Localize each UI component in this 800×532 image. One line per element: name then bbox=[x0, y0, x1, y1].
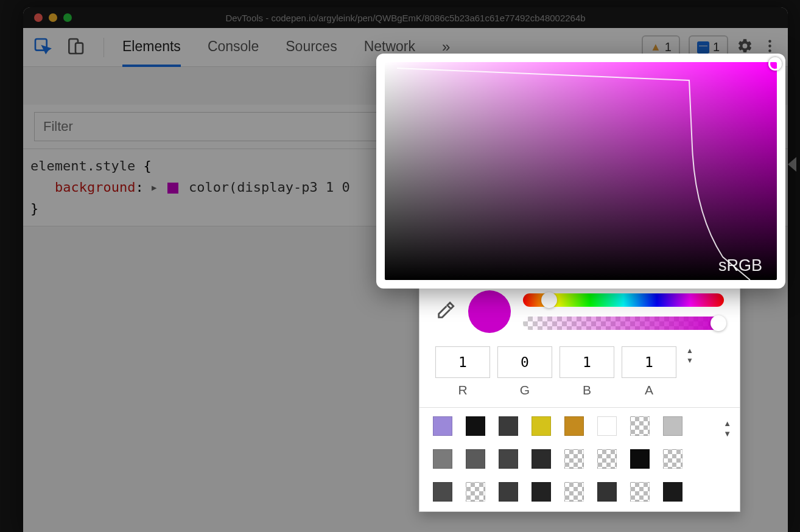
a-input[interactable] bbox=[622, 346, 676, 378]
separator bbox=[104, 38, 104, 57]
message-icon bbox=[697, 41, 709, 54]
palette-swatch[interactable] bbox=[564, 482, 584, 502]
palette-swatch[interactable] bbox=[630, 482, 650, 502]
spectrum-popup: sRGB bbox=[376, 54, 785, 289]
palette-swatch[interactable] bbox=[433, 416, 452, 436]
color-picker-panel: ▲▼ R G B A ▲▼ bbox=[419, 279, 740, 512]
palette-swatch[interactable] bbox=[597, 482, 617, 502]
tab-console[interactable]: Console bbox=[208, 29, 259, 66]
palette-swatch[interactable] bbox=[433, 449, 452, 469]
color-swatch-icon[interactable] bbox=[167, 183, 178, 194]
expand-icon[interactable]: ▶ bbox=[152, 181, 156, 194]
palette-swatch[interactable] bbox=[466, 449, 485, 469]
pane-collapse-icon[interactable] bbox=[788, 157, 796, 172]
palette-swatch[interactable] bbox=[532, 416, 551, 436]
svg-rect-2 bbox=[75, 43, 83, 53]
gamut-boundary bbox=[385, 62, 777, 280]
titlebar: DevTools - codepen.io/argyleink/pen/QWBg… bbox=[23, 7, 788, 28]
minimize-window-button[interactable] bbox=[49, 13, 57, 22]
close-window-button[interactable] bbox=[34, 13, 43, 22]
g-input[interactable] bbox=[497, 346, 552, 378]
hue-slider[interactable] bbox=[523, 293, 724, 307]
r-input[interactable] bbox=[435, 346, 490, 378]
palette-swatch[interactable] bbox=[532, 482, 551, 502]
b-label: B bbox=[560, 383, 614, 397]
svg-point-4 bbox=[768, 44, 771, 47]
palette-swatch[interactable] bbox=[564, 449, 584, 469]
palette-swatch[interactable] bbox=[564, 416, 584, 436]
window-controls bbox=[34, 13, 72, 22]
window-title: DevTools - codepen.io/argyleink/pen/QWBg… bbox=[23, 13, 788, 23]
palette-swatch[interactable] bbox=[466, 416, 485, 436]
a-label: A bbox=[622, 383, 676, 397]
palette-swatch[interactable] bbox=[433, 482, 452, 502]
color-palette: ▲▼ bbox=[419, 407, 740, 511]
hue-thumb[interactable] bbox=[541, 292, 557, 308]
alpha-slider[interactable] bbox=[523, 317, 724, 330]
format-stepper[interactable]: ▲▼ bbox=[686, 346, 693, 365]
css-property: background bbox=[55, 180, 135, 195]
palette-swatch[interactable] bbox=[630, 449, 650, 469]
palette-swatch[interactable] bbox=[663, 482, 682, 502]
palette-swatch[interactable] bbox=[499, 482, 518, 502]
palette-swatch[interactable] bbox=[499, 416, 518, 436]
g-label: G bbox=[497, 383, 552, 397]
svg-point-3 bbox=[768, 40, 771, 43]
r-label: R bbox=[435, 383, 490, 397]
palette-swatch[interactable] bbox=[532, 449, 551, 469]
warnings-count: 1 bbox=[665, 40, 672, 54]
palette-swatch[interactable] bbox=[663, 449, 682, 469]
palette-swatch[interactable] bbox=[597, 416, 617, 436]
palette-swatch[interactable] bbox=[663, 416, 682, 436]
inspect-element-icon[interactable] bbox=[33, 37, 52, 58]
color-spectrum[interactable]: sRGB bbox=[385, 62, 777, 280]
palette-swatch[interactable] bbox=[597, 449, 617, 469]
tab-sources[interactable]: Sources bbox=[286, 29, 337, 66]
alpha-thumb[interactable] bbox=[711, 315, 726, 331]
palette-stepper[interactable]: ▲▼ bbox=[723, 419, 731, 438]
zoom-window-button[interactable] bbox=[63, 13, 72, 22]
palette-swatch[interactable] bbox=[466, 482, 485, 502]
css-selector: element.style bbox=[30, 158, 135, 173]
palette-swatch[interactable] bbox=[630, 416, 650, 436]
svg-point-5 bbox=[768, 49, 771, 52]
warning-icon: ▲ bbox=[650, 41, 661, 54]
device-toggle-icon[interactable] bbox=[66, 37, 85, 58]
palette-swatch[interactable] bbox=[499, 449, 518, 469]
current-color-swatch bbox=[468, 290, 511, 333]
messages-count: 1 bbox=[713, 40, 720, 54]
b-input[interactable] bbox=[560, 346, 614, 378]
css-value: color(display-p3 1 0 bbox=[189, 180, 350, 195]
eyedropper-icon[interactable] bbox=[435, 300, 456, 323]
tab-elements[interactable]: Elements bbox=[122, 29, 181, 67]
gamut-label: sRGB bbox=[718, 256, 762, 275]
